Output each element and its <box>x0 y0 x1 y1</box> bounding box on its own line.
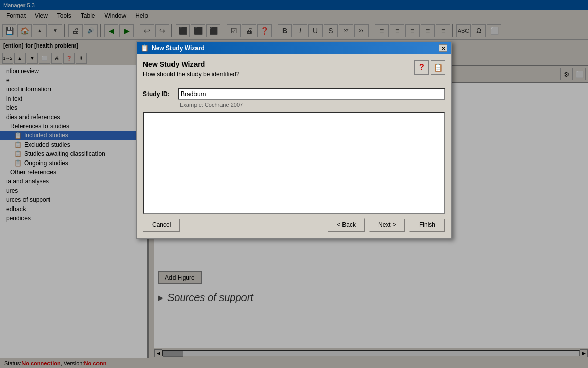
dialog-divider <box>143 84 445 84</box>
dialog-footer: Cancel < Back Next > Finish <box>143 218 445 232</box>
study-id-row: Study ID: <box>143 88 445 100</box>
dialog-subheading: How should the study be identified? <box>143 71 239 78</box>
modal-overlay: 📋 New Study Wizard ✕ New Study Wizard Ho… <box>0 0 588 368</box>
dialog-title: New Study Wizard <box>152 44 205 52</box>
dialog-header-icons: ? 📋 <box>414 60 445 75</box>
next-button[interactable]: Next > <box>369 218 405 232</box>
back-button[interactable]: < Back <box>328 218 365 232</box>
cancel-button[interactable]: Cancel <box>143 218 180 232</box>
new-study-wizard-dialog: 📋 New Study Wizard ✕ New Study Wizard Ho… <box>136 41 452 239</box>
dialog-note-button[interactable]: 📋 <box>431 60 445 75</box>
dialog-nav-buttons: < Back Next > Finish <box>328 218 445 232</box>
finish-button[interactable]: Finish <box>409 218 445 232</box>
study-id-example: Example: Cochrane 2007 <box>180 102 445 108</box>
dialog-header-text: New Study Wizard How should the study be… <box>143 60 239 78</box>
dialog-close-button[interactable]: ✕ <box>439 44 447 52</box>
dialog-header: New Study Wizard How should the study be… <box>143 60 445 78</box>
dialog-main-area <box>143 112 445 214</box>
study-id-label: Study ID: <box>143 90 174 98</box>
cancel-btn-wrapper: Cancel <box>143 218 180 232</box>
dialog-title-icon: 📋 <box>141 44 149 52</box>
dialog-title-bar: 📋 New Study Wizard ✕ <box>137 42 451 54</box>
dialog-heading: New Study Wizard <box>143 60 239 68</box>
dialog-body: New Study Wizard How should the study be… <box>137 54 451 238</box>
study-id-input[interactable] <box>178 88 445 100</box>
dialog-help-button[interactable]: ? <box>414 60 429 75</box>
